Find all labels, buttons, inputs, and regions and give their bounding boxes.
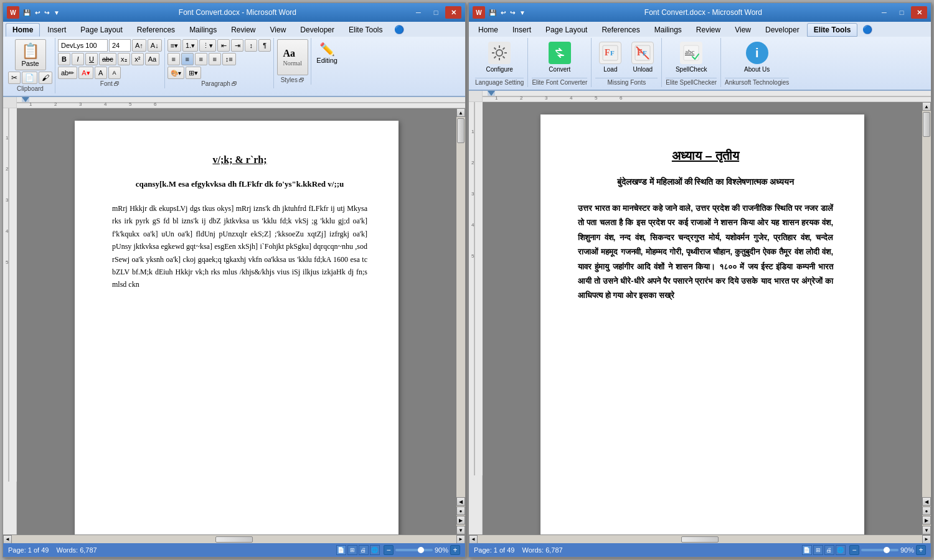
right-scrollbar-h[interactable]: ◄ ► (469, 534, 931, 543)
left-select-browse-btn[interactable]: ● (456, 506, 465, 515)
left-minimize-btn[interactable]: ─ (410, 6, 427, 19)
left-zoom-out-btn[interactable]: − (384, 545, 394, 555)
left-scrollbar-v[interactable]: ▲ ◀ ● ▶ ▼ (456, 108, 465, 534)
right-convert-btn[interactable]: Convert (545, 39, 575, 77)
left-doc-area[interactable]: v/;k; & r`rh; cqansy[k.M esa efgykvksa d… (17, 108, 456, 534)
left-numbering-btn[interactable]: 1.▾ (182, 39, 198, 52)
paragraph-expand-icon[interactable]: 🗗 (232, 81, 237, 87)
left-redo-btn[interactable]: ↪ (43, 9, 50, 17)
left-multilevel-btn[interactable]: ⋮▾ (199, 39, 216, 52)
right-zoom-in-btn[interactable]: + (916, 545, 926, 555)
left-borders-btn[interactable]: ⊞▾ (186, 67, 201, 79)
left-tab-pagelayout[interactable]: Page Layout (73, 23, 129, 37)
left-align-right-btn[interactable]: ≡ (195, 53, 207, 65)
left-font-shrink-btn[interactable]: A↓ (148, 39, 162, 52)
left-highlight-btn[interactable]: ab✏ (58, 67, 77, 79)
right-configure-btn[interactable]: Configure (483, 39, 517, 77)
right-scroll-h-thumb[interactable] (681, 536, 719, 543)
left-scroll-thumb[interactable] (457, 118, 465, 143)
left-fontcolor-btn[interactable]: A▾ (78, 67, 93, 79)
right-scroll-right-btn[interactable]: ► (922, 535, 931, 544)
left-formatpaint-btn[interactable]: 🖌 (39, 72, 52, 84)
left-close-btn[interactable]: ✕ (445, 6, 461, 19)
left-font-grow-btn[interactable]: A↑ (132, 39, 146, 52)
left-dropdown-btn[interactable]: ▼ (52, 9, 61, 17)
right-tab-elitetools[interactable]: Elite Tools (807, 23, 858, 37)
right-close-btn[interactable]: ✕ (911, 6, 927, 19)
styles-expand-icon[interactable]: 🗗 (299, 77, 304, 83)
right-zoom-slider[interactable] (861, 549, 899, 551)
left-view-fullscreen-btn[interactable]: ⊞ (347, 545, 357, 555)
right-minimize-btn[interactable]: ─ (876, 6, 892, 19)
right-unload-btn[interactable]: F F Unload (628, 39, 658, 77)
left-tab-help[interactable]: 🔵 (390, 23, 408, 37)
right-tab-pagelayout[interactable]: Page Layout (539, 23, 594, 37)
left-bullets-btn[interactable]: ≡▾ (167, 39, 181, 52)
left-fontsize-aa2-btn[interactable]: A (108, 67, 121, 79)
left-zoom-in-btn[interactable]: + (450, 545, 460, 555)
left-zoom-thumb[interactable] (418, 547, 424, 553)
left-doc-body[interactable]: mRrj Hkkjr dk ekupsLVj dgs tkus okys] mR… (112, 202, 367, 291)
left-changecase-btn[interactable]: Aa (145, 53, 159, 65)
left-next-page-btn[interactable]: ▶ (456, 516, 465, 525)
left-maximize-btn[interactable]: □ (428, 6, 444, 19)
left-fontsize-aa1-btn[interactable]: A (95, 67, 107, 79)
left-prev-page-btn[interactable]: ◀ (456, 497, 465, 506)
left-superscript-btn[interactable]: x² (131, 53, 144, 65)
left-scrollbar-h[interactable]: ◄ ► (3, 534, 465, 543)
right-about-btn[interactable]: i About Us (740, 39, 773, 77)
left-scroll-right-btn[interactable]: ► (456, 535, 465, 544)
right-maximize-btn[interactable]: □ (894, 6, 910, 19)
right-view-fullscreen-btn[interactable]: ⊞ (813, 545, 823, 555)
left-scroll-left-btn[interactable]: ◄ (3, 535, 12, 544)
right-save-btn[interactable]: 💾 (488, 9, 498, 17)
left-scroll-down-btn[interactable]: ▼ (456, 526, 465, 534)
left-copy-btn[interactable]: 📄 (22, 72, 37, 84)
left-tab-view[interactable]: View (263, 23, 293, 37)
left-cut-btn[interactable]: ✂ (8, 72, 21, 84)
right-redo-btn[interactable]: ↪ (509, 9, 516, 17)
right-tab-home[interactable]: Home (471, 23, 505, 37)
right-tab-mailings[interactable]: Mailings (648, 23, 689, 37)
right-view-web-btn[interactable]: 🌐 (836, 545, 846, 555)
left-font-size-input[interactable] (109, 39, 131, 52)
right-doc-area[interactable]: अध्याय – तृतीय बुंदेलखण्ड में महिलाओं की… (483, 102, 922, 534)
left-tab-developer[interactable]: Developer (293, 23, 341, 37)
left-justify-btn[interactable]: ≡ (209, 53, 221, 65)
left-paste-btn[interactable]: 📋 Paste (15, 39, 46, 70)
right-spellcheck-btn[interactable]: abc SpellCheck (672, 39, 711, 77)
right-zoom-out-btn[interactable]: − (849, 545, 859, 555)
right-scroll-left-btn[interactable]: ◄ (469, 535, 478, 544)
right-scrollbar-v[interactable]: ▲ ◀ ● ▶ ▼ (922, 102, 931, 534)
left-tab-elitetools[interactable]: Elite Tools (342, 23, 389, 37)
left-increase-indent-btn[interactable]: ⇥ (231, 39, 243, 52)
right-tab-help[interactable]: 🔵 (858, 23, 877, 37)
left-tab-references[interactable]: References (130, 23, 182, 37)
left-decrease-indent-btn[interactable]: ⇤ (217, 39, 230, 52)
left-tab-insert[interactable]: Insert (40, 23, 73, 37)
left-strikethrough-btn[interactable]: abc (99, 53, 116, 65)
right-view-normal-btn[interactable]: 📄 (802, 545, 812, 555)
left-underline-btn[interactable]: U (85, 53, 98, 65)
left-line-spacing-btn[interactable]: ↕≡ (222, 53, 236, 65)
right-undo-btn[interactable]: ↩ (499, 9, 507, 17)
left-styles-btn[interactable]: Aa Normal (277, 39, 308, 75)
right-tab-references[interactable]: References (595, 23, 646, 37)
right-next-page-btn[interactable]: ▶ (922, 516, 931, 525)
right-scroll-down-btn[interactable]: ▼ (922, 526, 931, 534)
right-tab-developer[interactable]: Developer (758, 23, 806, 37)
left-show-para-btn[interactable]: ¶ (258, 39, 271, 52)
right-scroll-thumb[interactable] (923, 112, 930, 137)
right-dropdown-btn[interactable]: ▼ (518, 9, 527, 17)
right-prev-page-btn[interactable]: ◀ (922, 497, 931, 506)
left-tab-review[interactable]: Review (224, 23, 262, 37)
left-zoom-slider[interactable] (395, 549, 433, 551)
left-scroll-up-btn[interactable]: ▲ (456, 108, 465, 117)
left-undo-btn[interactable]: ↩ (34, 9, 41, 17)
left-italic-btn[interactable]: I (72, 53, 84, 65)
left-sort-btn[interactable]: ↕ (245, 39, 257, 52)
right-view-print-btn[interactable]: 🖨 (824, 545, 834, 555)
left-align-center-btn[interactable]: ≡ (181, 53, 194, 65)
left-editing-btn[interactable]: ✏️ Editing (314, 39, 340, 67)
right-doc-body[interactable]: उत्तर भारत का मानचेस्टर कहे जाने वाले, उ… (578, 201, 833, 303)
